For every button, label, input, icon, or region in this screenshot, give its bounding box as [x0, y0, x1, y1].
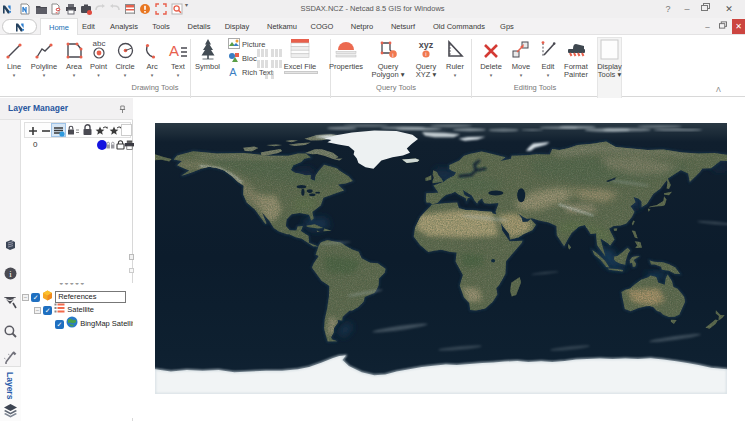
svg-text:abc: abc	[92, 39, 105, 48]
svg-text:A: A	[169, 42, 179, 59]
svg-text:xyz: xyz	[419, 40, 434, 50]
svg-text:A: A	[229, 66, 237, 77]
svg-text:i: i	[425, 51, 426, 57]
svg-text:i: i	[392, 52, 393, 58]
